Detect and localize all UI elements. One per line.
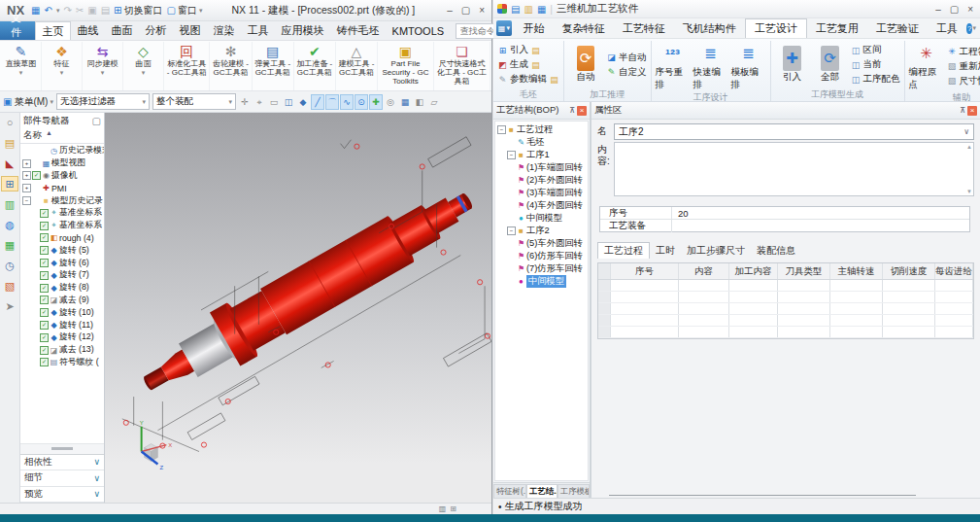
view-button-icon[interactable]: ▥ xyxy=(439,505,447,513)
selection-filter-dropdown[interactable]: 无选择过滤器 ▾ xyxy=(56,93,150,110)
snap-icon-2[interactable]: ▭ xyxy=(268,95,280,109)
ribbon-button-spring-tools[interactable]: ▤ 弹簧工具 - GC工具箱 xyxy=(253,42,294,90)
snap-icon-7[interactable]: ∿ xyxy=(341,95,353,109)
snap-icon-4[interactable]: ◆ xyxy=(297,95,309,109)
snap-icon-5[interactable]: ╱ xyxy=(312,95,323,109)
col-tool-type[interactable]: 刀具类型 xyxy=(778,263,830,279)
switch-window-button[interactable]: ⊞ 切换窗口 xyxy=(114,4,162,17)
tree-item[interactable]: ⚑(5)车外圆回转 xyxy=(495,237,588,250)
table-row[interactable] xyxy=(598,315,973,327)
save-icon[interactable]: ▦ xyxy=(537,4,546,15)
col-content[interactable]: 内容 xyxy=(679,263,729,279)
checkbox[interactable]: ✓ xyxy=(40,222,49,230)
tab-kmtools[interactable]: KMTOOLS xyxy=(386,22,451,40)
history-icon[interactable]: ◷ xyxy=(2,259,17,272)
tab-step-dimensions[interactable]: 加工步骤尺寸 xyxy=(681,243,751,259)
blank-param-edit-button[interactable]: ✎参数编辑▤ xyxy=(497,73,559,87)
snap-icon-9[interactable]: ✚ xyxy=(370,95,382,109)
checkbox[interactable]: ✓ xyxy=(40,259,49,267)
tree-item[interactable]: ✓▤符号螺纹 ( xyxy=(20,357,104,369)
tab-feature-tree[interactable]: 特征树(... xyxy=(493,484,526,498)
programming-origin-button[interactable]: ✳编程原点 xyxy=(909,41,944,91)
snap-icon-6[interactable]: ⌒ xyxy=(326,95,338,109)
col-seq[interactable]: 序号 xyxy=(611,263,679,279)
nx-minimize-button[interactable]: ‒ xyxy=(447,5,453,16)
scroll-down-icon[interactable]: ▼ xyxy=(966,189,972,194)
tree-item[interactable]: ✓◧rough (4) xyxy=(20,232,104,245)
new-doc-icon[interactable]: ▤ xyxy=(511,4,520,15)
tab-assembly-info[interactable]: 装配信息 xyxy=(751,243,801,259)
renumber-button[interactable]: ¹²³序号重排 xyxy=(656,41,691,91)
tree-item[interactable]: −■工序1 xyxy=(495,149,588,161)
tree-item[interactable]: ✓◆旋转 (11) xyxy=(20,319,104,331)
scroll-up-icon[interactable]: ▲ xyxy=(966,144,972,150)
current-button[interactable]: ◫当前 xyxy=(851,58,900,72)
app-menu-button[interactable]: ▦ ▾ xyxy=(496,20,512,36)
tree-item-selected[interactable]: ●中间模型 xyxy=(495,275,588,288)
undo-icon[interactable]: ↶ xyxy=(45,5,52,16)
redo-icon[interactable]: ↷ xyxy=(63,5,71,16)
part-navigator-icon[interactable]: ⊞ xyxy=(2,177,17,191)
checkbox[interactable]: ✓ xyxy=(40,321,49,330)
menu-button[interactable]: ▣ 菜单(M) ▾ xyxy=(3,95,53,109)
3d-viewport[interactable]: Y X Z xyxy=(105,113,491,503)
snap-icon-1[interactable]: ⌖ xyxy=(253,95,265,109)
col-cutting-speed[interactable]: 切削速度 xyxy=(883,263,935,279)
snap-icon-10[interactable]: ◎ xyxy=(385,95,396,109)
tab-tools[interactable]: 工具 xyxy=(241,22,275,40)
checkbox[interactable]: ✓ xyxy=(40,271,49,280)
cam-close-button[interactable]: × xyxy=(967,4,973,15)
tree-item[interactable]: ◷历史记录模式 xyxy=(20,145,104,157)
paste-icon[interactable]: ▤ xyxy=(101,5,110,16)
tab-process-reuse[interactable]: 工艺复用 xyxy=(807,19,867,38)
tree-item[interactable]: ✓◆旋转 (7) xyxy=(20,269,104,282)
taskbar[interactable] xyxy=(0,514,980,522)
checkbox[interactable]: ✓ xyxy=(40,296,49,304)
content-textarea[interactable]: ▲ ▼ xyxy=(614,142,974,196)
ribbon-button-standardization-tools[interactable]: 回 标准化工具 - GC工具箱 xyxy=(164,42,210,90)
tab-process-design[interactable]: 工艺设计 xyxy=(745,18,807,38)
col-machining-content[interactable]: 加工内容 xyxy=(729,263,778,279)
checkbox[interactable]: ✓ xyxy=(40,346,49,355)
col-spindle-speed[interactable]: 主轴转速 xyxy=(830,263,883,279)
tab-start[interactable]: 开始 xyxy=(515,19,554,38)
tree-item[interactable]: ⚑(2)车外圆回转 xyxy=(495,174,588,187)
semi-auto-button[interactable]: ◪半自动 xyxy=(606,51,647,64)
tab-op-template[interactable]: 工序模板 xyxy=(558,484,590,498)
touch-icon[interactable]: ➤ xyxy=(2,299,17,313)
snap-icon-8[interactable]: ⊙ xyxy=(355,95,367,109)
blank-import-button[interactable]: ⊞引入▤ xyxy=(497,44,559,57)
reuse-library-icon[interactable]: ◍ xyxy=(2,218,17,231)
tab-home[interactable]: 主页 xyxy=(35,21,71,40)
tree-item[interactable]: −■工艺过程 xyxy=(495,123,588,136)
engineering-symbol-button[interactable]: ✳工程符号 xyxy=(947,45,980,58)
reload-pmi-button[interactable]: ▧重新加载PMI xyxy=(947,59,980,73)
template-arrange-button[interactable]: ≣模板编排 xyxy=(731,41,766,91)
tab-process[interactable]: 工艺过程 xyxy=(597,242,650,259)
col-feed-per-tooth[interactable]: 每齿进给 xyxy=(935,263,973,279)
tab-curve[interactable]: 曲线 xyxy=(71,22,105,40)
tree-item[interactable]: +✓◉摄像机 xyxy=(20,170,104,183)
ribbon-button-dim-quick-format[interactable]: ❏ 尺寸快速格式化工具 - GC工具箱 xyxy=(434,42,490,90)
checkbox[interactable]: ✓ xyxy=(40,209,49,218)
tree-item[interactable]: ✓◆旋转 (8) xyxy=(20,282,104,295)
tab-complex-features[interactable]: 复杂特征 xyxy=(554,19,614,38)
tree-item[interactable]: ✓⌖基准坐标系 xyxy=(20,207,104,220)
constraint-navigator-icon[interactable]: ◣ xyxy=(2,157,17,170)
tab-process-structure[interactable]: 工艺结... xyxy=(526,484,558,498)
checkbox[interactable]: ✓ xyxy=(40,358,49,366)
tree-item[interactable]: ●中间模型 xyxy=(495,212,588,225)
tree-item[interactable]: ⚑(3)车端面回转 xyxy=(495,187,588,199)
cam-maximize-button[interactable]: ▢ xyxy=(950,4,959,15)
copy-icon[interactable]: ▣ xyxy=(87,5,96,16)
layers-icon[interactable]: ▥ xyxy=(2,197,17,211)
checkbox[interactable]: ✓ xyxy=(40,333,49,342)
ribbon-button-surface[interactable]: ◇ 曲面 ▾ xyxy=(123,42,164,90)
tree-item[interactable]: ✓⌖基准坐标系 xyxy=(20,220,104,232)
tab-work-hours[interactable]: 工时 xyxy=(650,243,681,259)
navigator-hscrollbar[interactable] xyxy=(20,443,104,454)
tab-tools[interactable]: 工具 xyxy=(928,19,966,38)
tree-item[interactable]: −■模型历史记录 xyxy=(20,194,104,207)
tree-item[interactable]: ✓◆旋转 (5) xyxy=(20,244,104,257)
custom-button[interactable]: ✎自定义 xyxy=(606,65,647,79)
